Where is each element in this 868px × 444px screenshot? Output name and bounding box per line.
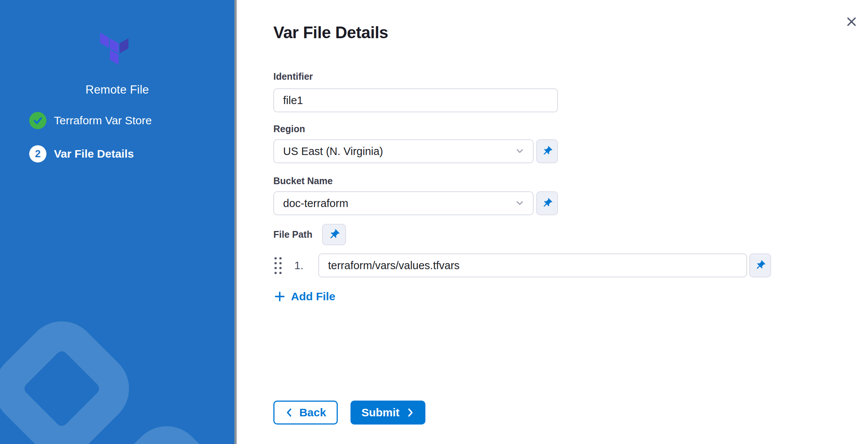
bucket-name-label: Bucket Name bbox=[273, 176, 333, 186]
region-label: Region bbox=[273, 124, 305, 134]
remote-file-wizard-dialog: Remote File Terraform Var Store 2 Var Fi… bbox=[0, 0, 868, 444]
file-path-row: 1. bbox=[273, 253, 771, 277]
bucket-name-select[interactable]: doc-terraform bbox=[273, 191, 534, 215]
add-file-button[interactable]: Add File bbox=[274, 290, 335, 303]
terraform-logo-icon bbox=[98, 31, 130, 67]
file-path-row-pin-button[interactable] bbox=[749, 253, 771, 277]
chevron-left-icon bbox=[285, 408, 294, 417]
region-select[interactable]: US East (N. Virginia) bbox=[273, 139, 534, 163]
step-completed-check-icon bbox=[29, 112, 46, 129]
pin-icon bbox=[752, 258, 768, 273]
file-row-index: 1. bbox=[294, 259, 309, 272]
wizard-title: Remote File bbox=[0, 83, 234, 97]
file-path-pin-button[interactable] bbox=[322, 224, 346, 245]
bucket-selected-value: doc-terraform bbox=[283, 197, 348, 210]
wizard-sidebar: Remote File Terraform Var Store 2 Var Fi… bbox=[0, 0, 234, 444]
bucket-pin-button[interactable] bbox=[536, 191, 558, 215]
file-path-label: File Path bbox=[273, 229, 312, 240]
identifier-label: Identifier bbox=[273, 71, 313, 82]
var-file-details-panel: Var File Details Identifier Region US Ea… bbox=[237, 0, 868, 444]
step-number-badge: 2 bbox=[29, 145, 46, 162]
bucket-field-group: doc-terraform bbox=[273, 191, 558, 215]
pin-icon bbox=[539, 195, 555, 211]
step-label: Var File Details bbox=[54, 148, 134, 160]
wizard-footer: Back Submit bbox=[273, 401, 425, 425]
chevron-down-icon bbox=[514, 198, 525, 209]
back-button-label: Back bbox=[299, 406, 326, 419]
file-path-header: File Path bbox=[273, 224, 346, 245]
file-path-input[interactable] bbox=[318, 253, 747, 277]
add-file-label: Add File bbox=[291, 290, 335, 303]
submit-button-label: Submit bbox=[361, 406, 400, 419]
step-label: Terraform Var Store bbox=[54, 114, 152, 127]
page-title: Var File Details bbox=[273, 23, 388, 42]
submit-button[interactable]: Submit bbox=[350, 401, 425, 425]
plus-icon bbox=[274, 291, 285, 302]
chevron-down-icon bbox=[514, 146, 525, 157]
identifier-input[interactable] bbox=[273, 88, 558, 112]
wizard-step-var-file-details[interactable]: 2 Var File Details bbox=[29, 145, 134, 162]
region-pin-button[interactable] bbox=[536, 139, 558, 163]
back-button[interactable]: Back bbox=[273, 401, 338, 425]
pin-icon bbox=[326, 226, 343, 243]
chevron-right-icon bbox=[406, 408, 415, 417]
drag-handle-icon[interactable] bbox=[273, 255, 285, 276]
pin-icon bbox=[539, 143, 555, 159]
region-field-group: US East (N. Virginia) bbox=[273, 139, 558, 163]
close-icon[interactable] bbox=[844, 14, 859, 29]
wizard-step-terraform-var-store[interactable]: Terraform Var Store bbox=[29, 112, 152, 129]
region-selected-value: US East (N. Virginia) bbox=[283, 145, 383, 158]
